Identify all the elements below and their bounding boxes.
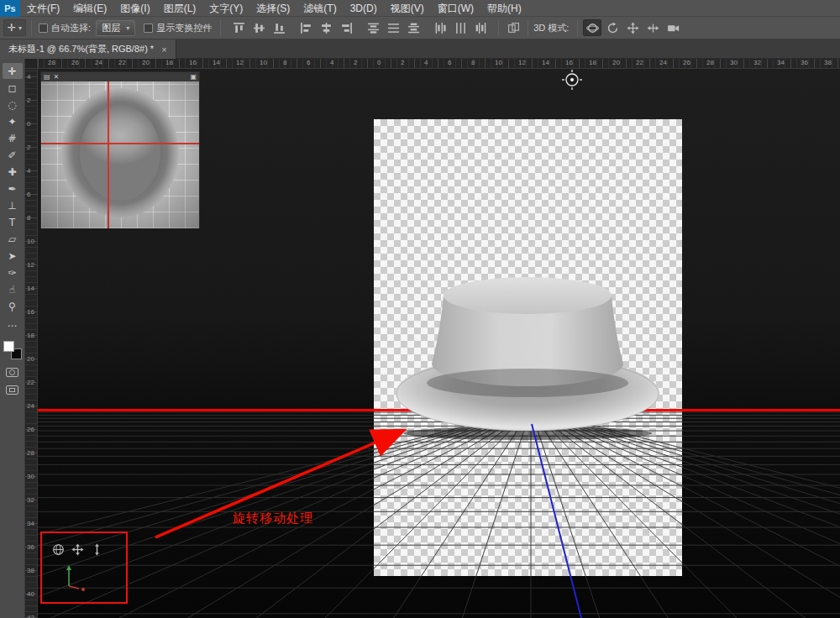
- crop-tool[interactable]: #: [3, 130, 23, 146]
- dist-bottom-icon: [407, 22, 420, 34]
- h-ruler-number: 12: [236, 60, 244, 66]
- menu-item-6[interactable]: 滤镜(T): [297, 0, 343, 17]
- photoshop-window: Ps 文件(F)编辑(E)图像(I)图层(L)文字(Y)选择(S)滤镜(T)3D…: [0, 0, 840, 618]
- align-right-button[interactable]: [337, 19, 355, 36]
- widget-dolly-button[interactable]: [91, 543, 103, 559]
- type-tool[interactable]: T: [3, 214, 23, 230]
- menu-item-10[interactable]: 帮助(H): [480, 0, 528, 17]
- widget-globe-button[interactable]: [52, 543, 65, 559]
- clone-stamp-tool[interactable]: ⊥: [3, 197, 23, 213]
- h-ruler-number: 32: [753, 60, 761, 66]
- tab-bar: 未标题-1 @ 66.7%(背景, RGB/8#) * ×: [0, 39, 840, 59]
- 3d-orbit-mode-button[interactable]: [583, 19, 601, 36]
- menu-item-7[interactable]: 3D(D): [344, 0, 384, 17]
- 3d-slide-mode-button[interactable]: [643, 19, 662, 36]
- hand-tool[interactable]: ☝: [3, 281, 23, 297]
- eraser-tool[interactable]: ▱: [3, 231, 23, 247]
- 3d-pan-mode-button[interactable]: [623, 19, 642, 36]
- menu-item-0[interactable]: 文件(F): [20, 0, 66, 17]
- 3d-light-widget[interactable]: [562, 70, 582, 90]
- h-ruler-number: 2: [354, 60, 357, 66]
- menu-item-8[interactable]: 视图(V): [384, 0, 431, 17]
- 3d-mode-label: 3D 模式:: [533, 22, 569, 34]
- v-ruler-number: 32: [27, 497, 34, 504]
- vertical-ruler[interactable]: 4202468101214161820222426283032343638404…: [25, 69, 38, 618]
- v-ruler-number: 6: [27, 191, 30, 198]
- 3d-camera-icon: [667, 22, 680, 34]
- v-ruler-number: 14: [27, 285, 34, 292]
- auto-select-checkbox[interactable]: [39, 24, 48, 33]
- dist-hcenter-button[interactable]: [451, 19, 470, 36]
- menu-item-5[interactable]: 选择(S): [249, 0, 297, 17]
- v-ruler-number: 38: [27, 568, 34, 574]
- dist-right-button[interactable]: [471, 19, 490, 36]
- secondary-view[interactable]: ▤ ✕ ▣: [40, 71, 200, 228]
- dist-left-button[interactable]: [431, 19, 449, 36]
- quick-mask-button[interactable]: [6, 368, 18, 377]
- dist-left-icon: [434, 22, 447, 34]
- pen-tool[interactable]: ✑: [3, 264, 23, 280]
- h-ruler-number: 30: [730, 60, 738, 66]
- z-axis-line[interactable]: [532, 424, 581, 618]
- auto-select-label: 自动选择:: [51, 22, 91, 34]
- h-ruler-number: 24: [659, 60, 667, 66]
- h-ruler-number: 26: [683, 60, 690, 66]
- rectangular-marquee-tool[interactable]: ◻: [3, 80, 23, 96]
- align-vcenter-icon: [253, 22, 265, 34]
- align-group-2: [364, 19, 423, 36]
- horizontal-ruler[interactable]: 2826242220181614121086420246810121416182…: [38, 59, 840, 69]
- h-ruler-number: 0: [377, 60, 381, 66]
- align-left-button[interactable]: [297, 19, 315, 36]
- auto-align-button[interactable]: [504, 19, 522, 36]
- quick-selection-tool[interactable]: ✦: [3, 113, 23, 129]
- align-group-1: [297, 19, 355, 36]
- ruler-corner[interactable]: [25, 59, 38, 69]
- align-bottom-button[interactable]: [270, 19, 288, 36]
- 3d-camera-mode-button[interactable]: [664, 19, 682, 36]
- lasso-tool[interactable]: ◌: [3, 97, 23, 113]
- brush-tool[interactable]: ✒: [3, 181, 23, 196]
- close-icon[interactable]: ✕: [54, 73, 60, 81]
- screen-mode-button[interactable]: [6, 385, 18, 395]
- swap-view-icon[interactable]: ▣: [190, 73, 197, 81]
- h-ruler-number: 28: [48, 60, 55, 66]
- close-icon[interactable]: ×: [161, 45, 166, 55]
- widget-pan-icon: [71, 543, 84, 556]
- widget-pan-button[interactable]: [71, 543, 84, 559]
- tool-preset-button[interactable]: ✛ ▾: [3, 19, 26, 36]
- menu-icon[interactable]: ▤: [44, 73, 50, 81]
- v-ruler-number: 8: [27, 215, 30, 222]
- menu-item-2[interactable]: 图像(I): [113, 0, 156, 17]
- foreground-color-swatch[interactable]: [3, 341, 14, 352]
- v-ruler-number: 42: [27, 615, 34, 618]
- show-transform-checkbox[interactable]: [144, 24, 153, 33]
- h-ruler-number: 12: [518, 60, 526, 66]
- menu-item-4[interactable]: 文字(Y): [202, 0, 249, 17]
- align-vcenter-button[interactable]: [249, 19, 268, 36]
- v-ruler-number: 20: [27, 356, 34, 363]
- path-selection-tool[interactable]: ➤: [3, 248, 23, 264]
- auto-select-target-dropdown[interactable]: 图层 ▾: [96, 20, 135, 36]
- edit-toolbar-tool[interactable]: …: [3, 315, 23, 331]
- align-top-button[interactable]: [229, 19, 248, 36]
- menu-item-9[interactable]: 窗口(W): [431, 0, 480, 17]
- align-hcenter-button[interactable]: [317, 19, 335, 36]
- move-tool[interactable]: ✛: [3, 63, 23, 79]
- axis-gizmo[interactable]: [55, 561, 102, 593]
- h-ruler-number: 20: [612, 60, 620, 66]
- dist-bottom-button[interactable]: [404, 19, 423, 36]
- canvas-viewport[interactable]: 旋转移动处理 ▤ ✕ ▣: [38, 69, 840, 618]
- zoom-tool[interactable]: ⚲: [3, 298, 23, 314]
- document-tab[interactable]: 未标题-1 @ 66.7%(背景, RGB/8#) * ×: [0, 39, 176, 59]
- menu-item-1[interactable]: 编辑(E): [66, 0, 113, 17]
- eyedropper-tool[interactable]: ✐: [3, 147, 23, 163]
- spot-healing-brush-tool[interactable]: ✚: [3, 164, 23, 180]
- v-ruler-number: 18: [27, 333, 34, 339]
- h-ruler-number: 26: [71, 60, 79, 66]
- menu-item-3[interactable]: 图层(L): [157, 0, 203, 17]
- dist-vcenter-button[interactable]: [384, 19, 402, 36]
- dist-top-button[interactable]: [364, 19, 382, 36]
- dropdown-value: 图层: [102, 22, 120, 34]
- 3d-roll-mode-button[interactable]: [603, 19, 622, 36]
- align-buttons: [226, 19, 493, 36]
